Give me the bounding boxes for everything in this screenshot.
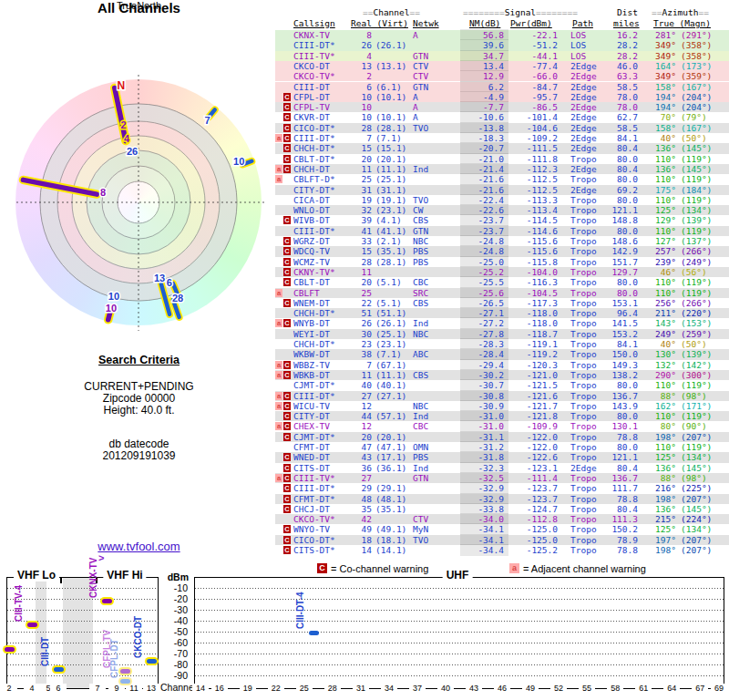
- cell-true-azimuth: 143°: [640, 318, 676, 328]
- cell-network: OMN: [413, 442, 428, 452]
- cell-virtual-channel: (10.1): [375, 112, 406, 122]
- cell-path: Tropo: [570, 370, 597, 380]
- north-label: N: [118, 79, 126, 92]
- co-channel-warning-badge: C: [283, 319, 291, 327]
- dbm-tick-label: -90: [164, 670, 188, 681]
- cell-real-channel: 7: [344, 133, 372, 143]
- cell-miles: 153.1: [601, 298, 638, 308]
- cell-magnetic-azimuth: (266°): [681, 246, 712, 256]
- cell-miles: 80.0: [601, 154, 638, 164]
- cell-pwr-dbm: -112.5: [512, 185, 558, 195]
- cell-miles: 141.5: [601, 318, 638, 328]
- channel-tick-label: 31: [353, 684, 369, 693]
- station-rotated-label: CIII-DT-4: [295, 592, 306, 630]
- col-header-nm: NM(dB): [469, 18, 500, 28]
- cell-true-azimuth: 211°: [640, 308, 676, 318]
- dbm-gridline: [195, 664, 724, 665]
- cell-network: ABC: [413, 349, 428, 359]
- signal-marker: [147, 659, 157, 664]
- co-channel-warning-badge: C: [283, 433, 291, 441]
- cell-miles: 63.3: [601, 71, 638, 81]
- cell-path: Tropo: [570, 494, 597, 504]
- cell-virtual-channel: (23.1): [375, 205, 406, 215]
- cell-true-azimuth: 110°: [640, 195, 676, 205]
- cell-real-channel: 13: [344, 61, 372, 71]
- channel-tick-label: 22: [268, 684, 284, 693]
- co-channel-warning-badge: C: [283, 361, 291, 369]
- cell-callsign: CITY-DT: [293, 411, 330, 421]
- channel-label: 6: [167, 277, 172, 288]
- cell-magnetic-azimuth: (207°): [681, 545, 712, 555]
- cell-true-azimuth: 110°: [640, 288, 676, 298]
- cell-miles: 80.4: [601, 164, 638, 174]
- cell-true-azimuth: 110°: [640, 154, 676, 164]
- cell-callsign: CFPL-DT: [293, 92, 330, 102]
- cell-callsign: CHCH-DT*: [293, 339, 335, 349]
- dbm-gridline: [195, 675, 724, 676]
- cell-callsign: CHCH-DT*: [293, 308, 335, 318]
- co-channel-warning-badge: C: [283, 412, 291, 420]
- cell-miles: 111.7: [601, 483, 638, 493]
- cell-pwr-dbm: -118.0: [512, 318, 558, 328]
- cell-network: Ind: [413, 463, 428, 473]
- cell-miles: 80.0: [601, 226, 638, 236]
- cell-true-azimuth: 136°: [640, 463, 676, 473]
- cell-true-azimuth: 127°: [640, 236, 676, 246]
- cell-magnetic-azimuth: (167°): [681, 123, 712, 133]
- cell-magnetic-azimuth: (119°): [681, 288, 712, 298]
- cell-path: 2Edge: [570, 82, 597, 92]
- cell-path: LOS: [570, 51, 586, 61]
- cell-real-channel: 51: [344, 308, 372, 318]
- cell-callsign: WDCQ-TV: [293, 246, 330, 256]
- cell-callsign: WIVB-DT: [293, 215, 330, 225]
- co-channel-warning-badge: C: [283, 484, 291, 492]
- cell-miles: 150.2: [601, 524, 638, 534]
- dbm-gridline: [7, 654, 158, 654]
- cell-virtual-channel: (5.1): [375, 298, 402, 308]
- cell-path: 2Edge: [570, 133, 597, 143]
- cell-pwr-dbm: -123.1: [512, 463, 558, 473]
- cell-real-channel: 31: [344, 185, 372, 195]
- cell-magnetic-azimuth: (204°): [681, 92, 712, 102]
- cell-real-channel: 38: [344, 349, 372, 359]
- adjacent-warning-badge: a: [275, 289, 282, 297]
- cell-virtual-channel: (11.1): [375, 370, 406, 380]
- channel-tick-label: 58: [607, 684, 623, 693]
- cell-callsign: WGRZ-DT: [293, 236, 330, 246]
- channel-tick-label: 37: [409, 684, 426, 693]
- cell-true-azimuth: 136°: [640, 504, 676, 514]
- cell-magnetic-azimuth: (134°): [681, 452, 712, 462]
- dbm-tick-label: -80: [164, 659, 188, 670]
- cell-true-azimuth: 162°: [640, 401, 676, 411]
- cell-real-channel: 2: [344, 71, 372, 81]
- cell-real-channel: 43: [344, 452, 372, 462]
- cell-callsign: CHCH-DT: [293, 164, 330, 174]
- col-header-real-virt: Real (Virt): [351, 18, 408, 28]
- cell-true-azimuth: 110°: [640, 380, 676, 390]
- dbm-tick-label: -40: [164, 615, 188, 626]
- cell-real-channel: 8: [344, 30, 372, 40]
- cell-real-channel: 10: [344, 92, 372, 102]
- search-line-height: Height: 40.0 ft.: [0, 405, 278, 417]
- vhf-hi-label: VHF Hi: [103, 569, 146, 582]
- col-header-pwr: Pwr(dBm): [510, 18, 552, 28]
- cell-callsign: CKCO-TV*: [293, 71, 335, 81]
- link-glyph: >: [98, 552, 104, 563]
- cell-magnetic-azimuth: (56°): [681, 267, 707, 277]
- cell-magnetic-azimuth: (220°): [681, 308, 712, 318]
- co-channel-warning-badge: C: [283, 474, 291, 482]
- cell-real-channel: 25: [344, 174, 372, 184]
- cell-pwr-dbm: -122.0: [512, 442, 558, 452]
- cell-real-channel: 12: [344, 421, 372, 431]
- tvfool-link[interactable]: www.tvfool.com: [98, 540, 180, 553]
- channel-tick-label: 67: [692, 684, 708, 693]
- vhf-panel: [6, 577, 159, 689]
- co-channel-warning-badge: C: [283, 113, 291, 121]
- bracket-tick: [60, 577, 62, 583]
- cell-pwr-dbm: -123.7: [512, 494, 558, 504]
- cell-real-channel: 27: [344, 391, 372, 401]
- co-channel-warning-badge: C: [283, 546, 291, 554]
- cell-callsign: WKBW-DT: [293, 349, 330, 359]
- cell-virtual-channel: (17.1): [375, 452, 406, 462]
- cell-path: 2Edge: [570, 123, 597, 133]
